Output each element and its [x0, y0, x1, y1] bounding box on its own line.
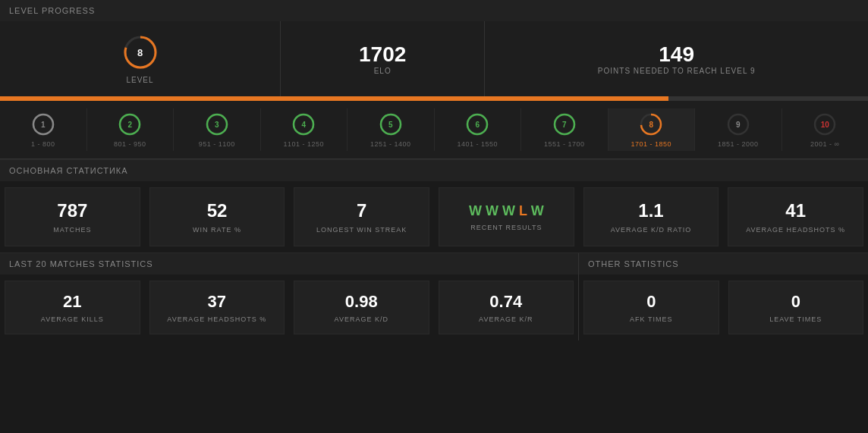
- stat-value: 52: [207, 200, 228, 221]
- stat-label: WIN RATE %: [193, 226, 241, 234]
- tier-item[interactable]: 91851 - 2000: [695, 108, 782, 151]
- stat-label: AVERAGE K/D RATIO: [611, 226, 692, 234]
- stat-value: 1.1: [638, 200, 663, 221]
- tier-item[interactable]: 61401 - 1550: [435, 108, 522, 151]
- bottom-stat-value: 37: [208, 292, 226, 312]
- bottom-stat-label: AVERAGE K/D: [335, 315, 388, 323]
- main-stats-header: ОСНОВНАЯ СТАТИСТИКА: [0, 160, 868, 181]
- bottom-row: LAST 20 MATCHES STATISTICS 21AVERAGE KIL…: [0, 253, 868, 340]
- points-label: POINTS NEEDED TO REACH LEVEL 9: [598, 67, 756, 75]
- main-stats-grid: 787MATCHES52WIN RATE %7LONGEST WIN STREA…: [0, 181, 868, 253]
- main-stat-card: W W W L W RECENT RESULTS: [439, 187, 574, 246]
- other-stat-card: 0LEAVE TIMES: [728, 281, 864, 334]
- stat-label: RECENT RESULTS: [470, 224, 542, 231]
- last20-header: LAST 20 MATCHES STATISTICS: [0, 253, 578, 275]
- other-stat-value: 0: [791, 292, 800, 312]
- level-box: 8 LEVEL: [0, 21, 281, 96]
- level-progress-header: LEVEL PROGRESS: [0, 0, 868, 21]
- tier-item[interactable]: 3951 - 1100: [174, 108, 261, 151]
- points-box: 149 POINTS NEEDED TO REACH LEVEL 9: [485, 21, 868, 96]
- tier-item[interactable]: 11 - 800: [0, 108, 87, 151]
- stat-label: AVERAGE HEADSHOTS %: [746, 226, 845, 234]
- tier-item[interactable]: 2801 - 950: [87, 108, 175, 151]
- elo-box: 1702 ELO: [281, 21, 485, 96]
- bottom-stat-value: 0.74: [489, 292, 522, 312]
- stat-value: 7: [357, 200, 366, 221]
- tier-item[interactable]: 51251 - 1400: [348, 108, 435, 151]
- bottom-stat-label: AVERAGE K/R: [479, 315, 533, 323]
- level-label: LEVEL: [126, 76, 153, 84]
- main-stat-card: 7LONGEST WIN STREAK: [294, 187, 429, 246]
- other-stats-grid: 0AFK TIMES0LEAVE TIMES: [579, 275, 868, 340]
- main-stat-card: 41AVERAGE HEADSHOTS %: [728, 187, 863, 246]
- stat-label: MATCHES: [53, 226, 91, 234]
- stat-label: LONGEST WIN STREAK: [316, 226, 407, 234]
- elo-value: 1702: [359, 42, 406, 67]
- points-value: 149: [659, 42, 694, 67]
- other-stat-card: 0AFK TIMES: [583, 281, 719, 334]
- last20-grid: 21AVERAGE KILLS37AVERAGE HEADSHOTS %0.98…: [0, 275, 578, 340]
- other-stat-label: AFK TIMES: [630, 315, 672, 323]
- last20-stat-card: 0.74AVERAGE K/R: [439, 281, 574, 334]
- main-stat-card: 52WIN RATE %: [149, 187, 285, 246]
- tier-item[interactable]: 71551 - 1700: [521, 108, 609, 151]
- main-stat-card: 1.1AVERAGE K/D RATIO: [583, 187, 719, 246]
- tier-item[interactable]: 41101 - 1250: [261, 108, 348, 151]
- last20-stat-card: 21AVERAGE KILLS: [5, 281, 140, 334]
- last20-stat-card: 37AVERAGE HEADSHOTS %: [149, 281, 285, 334]
- other-stat-value: 0: [646, 292, 656, 312]
- elo-label: ELO: [374, 67, 392, 75]
- bottom-stat-label: AVERAGE HEADSHOTS %: [167, 315, 266, 323]
- bottom-stat-label: AVERAGE KILLS: [41, 315, 104, 323]
- level-gauge: 8: [121, 33, 159, 71]
- recent-results: W W W L W: [469, 203, 544, 219]
- tier-item[interactable]: 81701 - 1850: [609, 108, 696, 151]
- bottom-stat-value: 21: [63, 292, 81, 312]
- main-stat-card: 787MATCHES: [5, 187, 140, 246]
- level-progress-panel: 8 LEVEL 1702 ELO 149 POINTS NEEDED TO RE…: [0, 21, 868, 96]
- tier-item[interactable]: 102001 - ∞: [782, 108, 869, 151]
- last20-section: LAST 20 MATCHES STATISTICS 21AVERAGE KIL…: [0, 253, 579, 340]
- level-value: 8: [137, 47, 143, 58]
- stat-value: 41: [785, 200, 806, 221]
- last20-stat-card: 0.98AVERAGE K/D: [294, 281, 429, 334]
- bottom-stat-value: 0.98: [345, 292, 378, 312]
- stat-value: 787: [57, 200, 87, 221]
- other-stats-header: OTHER STATISTICS: [579, 253, 868, 275]
- other-stat-label: LEAVE TIMES: [769, 315, 822, 323]
- level-tiers: 11 - 800 2801 - 950 3951 - 1100 41101 - …: [0, 101, 868, 159]
- other-stats-section: OTHER STATISTICS 0AFK TIMES0LEAVE TIMES: [579, 253, 868, 340]
